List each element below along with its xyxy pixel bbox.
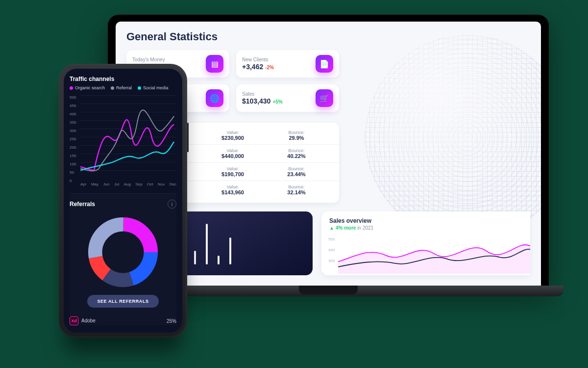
sales-area-chart — [338, 233, 530, 275]
cart-icon: 🛒 — [316, 89, 333, 107]
clients-icon: 📄 — [316, 55, 333, 73]
adobe-row[interactable]: XdAdobe 25% — [70, 316, 176, 325]
stat-value: $103,430 — [242, 97, 270, 105]
info-icon[interactable]: i — [168, 200, 176, 209]
stat-label: Today's Money — [132, 57, 172, 62]
stat-label: New Clients — [242, 57, 274, 62]
traffic-title: Traffic channels — [70, 76, 176, 82]
cell-label: Bounce: — [265, 130, 328, 135]
arrow-up-icon: ▲ — [329, 225, 334, 231]
adobe-percent: 25% — [167, 318, 176, 324]
adobe-xd-icon: Xd — [70, 316, 78, 325]
referrals-card: Referrals i SEE ALL REFERRALS XdAdobe 25… — [70, 193, 176, 325]
cell-value: 29.9% — [265, 135, 328, 141]
stat-card-sales[interactable]: Sales $103,430+5% 🛒 — [236, 84, 339, 112]
users-icon: 🌐 — [206, 89, 223, 107]
traffic-line-chart: 500450400 350300250 200150100 500 AprMay… — [70, 93, 176, 186]
referrals-title: Referrals — [70, 201, 95, 208]
sales-overview-sub: ▲4% more in 2021 — [329, 225, 522, 231]
money-icon: ▤ — [206, 55, 223, 73]
sales-overview-title: Sales overview — [329, 217, 522, 224]
sales-overview-card[interactable]: Sales overview ▲4% more in 2021 500 400 … — [321, 211, 530, 275]
cell-label: Value: — [201, 130, 265, 135]
sales-y-ticks: 500 400 300 — [328, 234, 335, 266]
page-title: General Statistics — [126, 30, 530, 43]
traffic-legend: Organic search Referral Social media — [70, 85, 176, 90]
stat-card-clients[interactable]: New Clients +3,462-2% 📄 — [236, 50, 339, 78]
stat-label: Sales — [242, 91, 283, 97]
phone-device: Traffic channels Organic search Referral… — [59, 64, 187, 338]
see-all-referrals-button[interactable]: SEE ALL REFERRALS — [87, 295, 158, 308]
phone-app: Traffic channels Organic search Referral… — [64, 69, 182, 333]
stat-change: -2% — [265, 65, 274, 70]
cell-value: $230,900 — [201, 135, 265, 141]
stat-change: +5% — [272, 99, 282, 105]
stat-value: +3,462 — [242, 63, 263, 71]
referrals-donut-chart — [86, 215, 160, 289]
